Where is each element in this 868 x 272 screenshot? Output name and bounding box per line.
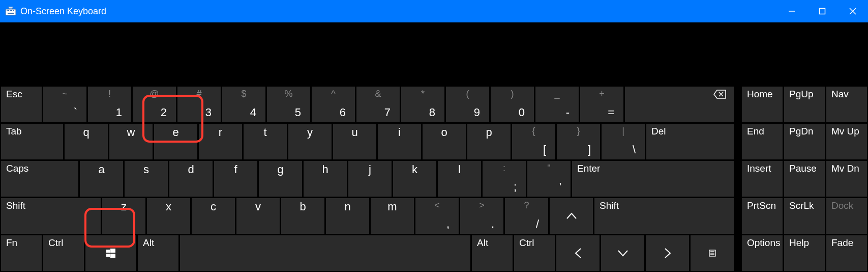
key-win[interactable] [85, 235, 136, 271]
key-h[interactable]: h [304, 161, 347, 197]
row-3: Caps a s d f g h j k l :; "' Enter Inser… [1, 161, 867, 197]
key-space[interactable] [180, 235, 470, 271]
key-end[interactable]: End [742, 124, 783, 159]
key-pgup[interactable]: PgUp [784, 87, 825, 122]
key-q[interactable]: q [65, 124, 108, 159]
key-menu[interactable] [691, 235, 734, 271]
osk-window: On-Screen Keyboard Esc ~` !1 @2 #3 $4 %5… [0, 0, 868, 272]
key-scrlk[interactable]: ScrLk [784, 198, 825, 234]
key-j[interactable]: j [348, 161, 392, 197]
svg-rect-14 [110, 249, 115, 253]
key-4[interactable]: $4 [222, 87, 265, 122]
key-lctrl[interactable]: Ctrl [43, 235, 84, 271]
key-a[interactable]: a [80, 161, 123, 197]
key-enter[interactable]: Enter [572, 161, 734, 197]
key-fade[interactable]: Fade [826, 235, 867, 271]
svg-rect-5 [13, 10, 14, 11]
key-esc[interactable]: Esc [1, 87, 42, 122]
key-e[interactable]: e [154, 124, 197, 159]
key-period[interactable]: >. [460, 198, 503, 234]
key-5[interactable]: %5 [267, 87, 310, 122]
key-semicolon[interactable]: :; [483, 161, 526, 197]
key-lbracket[interactable]: {[ [512, 124, 555, 159]
key-quote[interactable]: "' [527, 161, 571, 197]
key-rshift[interactable]: Shift [594, 198, 734, 234]
key-caps[interactable]: Caps [1, 161, 78, 197]
key-pause[interactable]: Pause [784, 161, 825, 197]
key-help[interactable]: Help [784, 235, 825, 271]
key-i[interactable]: i [378, 124, 421, 159]
key-y[interactable]: y [288, 124, 332, 159]
key-r[interactable]: r [199, 124, 242, 159]
key-p[interactable]: p [467, 124, 511, 159]
svg-rect-8 [820, 9, 825, 14]
key-comma[interactable]: <, [415, 198, 459, 234]
key-fn[interactable]: Fn [1, 235, 42, 271]
key-2[interactable]: @2 [133, 87, 176, 122]
key-dock[interactable]: Dock [826, 198, 867, 234]
chevron-down-icon [617, 250, 628, 257]
key-del[interactable]: Del [646, 124, 734, 159]
titlebar: On-Screen Keyboard [0, 0, 868, 22]
key-0[interactable]: )0 [491, 87, 534, 122]
key-minus[interactable]: _- [535, 87, 579, 122]
key-n[interactable]: n [326, 198, 369, 234]
key-tab[interactable]: Tab [1, 124, 63, 159]
keyboard: Esc ~` !1 @2 #3 $4 %5 ^6 &7 *8 (9 )0 _- … [0, 86, 868, 272]
key-8[interactable]: *8 [401, 87, 444, 122]
key-right[interactable] [646, 235, 689, 271]
key-equals[interactable]: += [580, 87, 623, 122]
key-rctrl[interactable]: Ctrl [514, 235, 555, 271]
key-b[interactable]: b [281, 198, 324, 234]
key-c[interactable]: c [192, 198, 235, 234]
key-3[interactable]: #3 [177, 87, 221, 122]
key-g[interactable]: g [259, 161, 302, 197]
key-m[interactable]: m [371, 198, 414, 234]
key-down[interactable] [601, 235, 644, 271]
key-x[interactable]: x [147, 198, 190, 234]
key-nav[interactable]: Nav [826, 87, 867, 122]
app-icon [5, 7, 16, 16]
key-backtick[interactable]: ~` [43, 87, 86, 122]
key-6[interactable]: ^6 [312, 87, 355, 122]
key-up[interactable] [550, 198, 593, 234]
key-rbracket[interactable]: }] [557, 124, 600, 159]
key-s[interactable]: s [125, 161, 168, 197]
key-prtscn[interactable]: PrtScn [742, 198, 783, 234]
key-ralt[interactable]: Alt [472, 235, 513, 271]
key-backspace[interactable] [625, 87, 734, 122]
close-button[interactable] [837, 0, 868, 22]
key-options[interactable]: Options [742, 235, 783, 271]
key-d[interactable]: d [169, 161, 213, 197]
key-left[interactable] [556, 235, 600, 271]
key-home[interactable]: Home [742, 87, 783, 122]
key-f[interactable]: f [214, 161, 257, 197]
key-lalt[interactable]: Alt [138, 235, 178, 271]
minimize-button[interactable] [776, 0, 807, 22]
key-mvup[interactable]: Mv Up [826, 124, 867, 159]
key-backslash[interactable]: |\ [602, 124, 645, 159]
key-w[interactable]: w [109, 124, 153, 159]
key-pgdn[interactable]: PgDn [784, 124, 825, 159]
key-9[interactable]: (9 [446, 87, 489, 122]
svg-rect-6 [8, 13, 14, 14]
row-4: Shift z x c v b n m <, >. ?/ Shift PrtSc… [1, 198, 867, 234]
key-7[interactable]: &7 [356, 87, 400, 122]
key-t[interactable]: t [244, 124, 287, 159]
key-1[interactable]: !1 [88, 87, 131, 122]
key-insert[interactable]: Insert [742, 161, 783, 197]
key-l[interactable]: l [438, 161, 481, 197]
key-k[interactable]: k [393, 161, 436, 197]
key-u[interactable]: u [333, 124, 376, 159]
key-mvdn[interactable]: Mv Dn [826, 161, 867, 197]
key-slash[interactable]: ?/ [505, 198, 548, 234]
window-title: On-Screen Keyboard [20, 6, 106, 17]
maximize-button[interactable] [807, 0, 837, 22]
svg-rect-2 [8, 10, 9, 11]
svg-rect-16 [110, 254, 115, 258]
key-lshift[interactable]: Shift [1, 198, 101, 234]
key-o[interactable]: o [423, 124, 466, 159]
chevron-left-icon [575, 248, 582, 259]
key-v[interactable]: v [236, 198, 280, 234]
key-z[interactable]: z [102, 198, 145, 234]
